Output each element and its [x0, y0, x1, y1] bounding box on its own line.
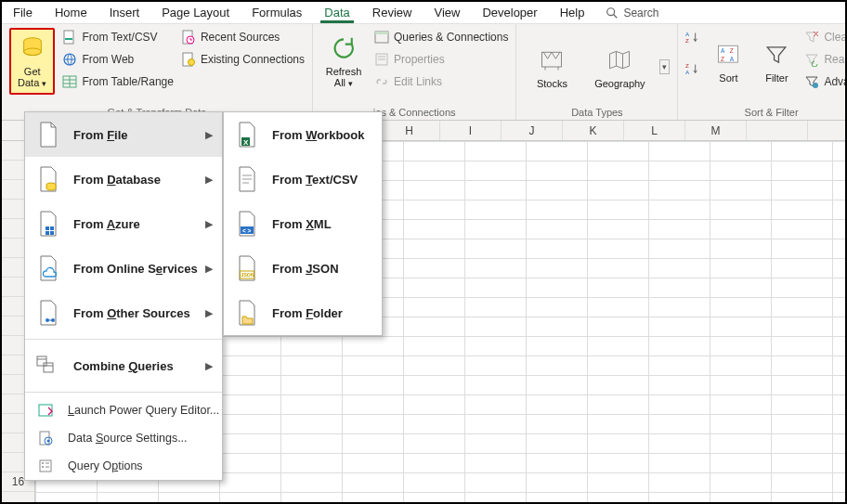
recent-sources-button[interactable]: Recent Sources — [181, 28, 305, 46]
file-azure-icon — [36, 210, 60, 238]
stocks-icon — [537, 45, 567, 75]
sort-dialog-icon: AZZA — [713, 40, 743, 70]
menu-query-options[interactable]: Query Options — [25, 452, 222, 480]
menu-data-source-settings[interactable]: Data Source Settings... — [25, 424, 222, 452]
sort-asc-button[interactable]: AZ — [685, 28, 700, 46]
chevron-right-icon: ▶ — [205, 129, 213, 141]
file-csv-icon — [62, 30, 77, 45]
svg-text:X: X — [243, 138, 249, 147]
group-label-sortfilter: Sort & Filter — [685, 106, 847, 118]
options-icon — [36, 457, 55, 475]
from-textcsv-button[interactable]: From Text/CSV — [62, 28, 174, 46]
file-other-icon — [36, 299, 60, 327]
tab-insert[interactable]: Insert — [98, 3, 151, 22]
group-queries-connections: RefreshAll ▾ Queries & Connections Prope… — [313, 24, 516, 120]
svg-text:A: A — [730, 55, 735, 61]
submenu-from-textcsv[interactable]: From Text/CSV — [224, 157, 382, 201]
tab-help[interactable]: Help — [549, 3, 596, 22]
tab-data[interactable]: Data — [313, 3, 360, 22]
svg-point-56 — [42, 466, 44, 468]
file-db-icon — [36, 165, 60, 193]
from-table-range-button[interactable]: From Table/Range — [62, 72, 174, 91]
sort-button[interactable]: AZZA Sort — [708, 28, 749, 95]
tab-view[interactable]: View — [423, 3, 471, 22]
tab-formulas[interactable]: Formulas — [241, 3, 313, 22]
database-icon — [18, 33, 47, 63]
svg-text:Z: Z — [730, 47, 734, 54]
svg-rect-16 — [375, 32, 388, 34]
recent-icon — [181, 30, 196, 45]
properties-icon — [374, 52, 389, 67]
globe-icon — [62, 52, 77, 67]
existing-connections-button[interactable]: Existing Connections — [181, 50, 305, 69]
submenu-from-folder[interactable]: From Folder — [224, 291, 382, 335]
svg-point-36 — [813, 83, 818, 88]
svg-rect-53 — [40, 460, 51, 472]
advanced-icon — [804, 74, 819, 89]
svg-rect-40 — [46, 231, 49, 235]
menu-from-file[interactable]: From File ▶ — [25, 112, 222, 157]
get-data-menu: From File ▶ From Database ▶ From Azure ▶… — [24, 111, 223, 481]
sort-desc-button[interactable]: ZA — [685, 59, 700, 78]
menu-launch-pq-editor[interactable]: Launch Power Query Editor... — [25, 396, 222, 424]
link-icon — [374, 74, 389, 89]
search-icon — [605, 6, 619, 20]
stocks-button[interactable]: Stocks — [524, 33, 580, 100]
tab-file[interactable]: File — [2, 3, 44, 22]
svg-line-1 — [614, 14, 618, 18]
datatypes-expand-button[interactable]: ▾ — [659, 59, 670, 74]
svg-rect-39 — [50, 226, 54, 230]
reapply-button: Reapp — [804, 50, 847, 69]
queries-connections-button[interactable]: Queries & Connections — [374, 28, 508, 46]
svg-rect-45 — [37, 356, 46, 366]
funnel-icon — [762, 40, 791, 70]
sort-asc-icon: AZ — [685, 30, 700, 45]
file-icon — [36, 121, 60, 149]
geography-button[interactable]: Geography — [587, 33, 652, 100]
svg-point-52 — [47, 440, 50, 443]
search-box[interactable]: Search — [595, 3, 668, 23]
refresh-all-button[interactable]: RefreshAll ▾ — [320, 28, 367, 95]
svg-text:A: A — [685, 31, 690, 37]
queries-icon — [374, 30, 389, 45]
get-data-button[interactable]: GetData ▾ — [9, 28, 55, 95]
file-cloud-icon — [36, 254, 60, 282]
submenu-from-xml[interactable]: < > From XML — [224, 201, 382, 246]
tab-review[interactable]: Review — [361, 3, 424, 22]
search-label: Search — [623, 6, 658, 19]
menu-from-database[interactable]: From Database ▶ — [25, 157, 222, 201]
svg-point-0 — [607, 7, 615, 15]
ribbon-tabs: File Home Insert Page Layout Formulas Da… — [2, 2, 845, 24]
svg-rect-49 — [39, 405, 52, 416]
menu-combine-queries[interactable]: Combine Queries ▶ — [25, 343, 222, 388]
svg-rect-41 — [50, 231, 54, 235]
submenu-from-json[interactable]: JSON From JSON — [224, 246, 382, 291]
menu-from-online-services[interactable]: From Online Services ▶ — [25, 246, 222, 291]
menu-from-azure[interactable]: From Azure ▶ — [25, 201, 222, 246]
from-web-button[interactable]: From Web — [62, 50, 174, 69]
svg-text:A: A — [685, 69, 690, 75]
reapply-icon — [804, 52, 819, 67]
file-excel-icon: X — [235, 121, 259, 149]
tab-developer[interactable]: Developer — [471, 3, 548, 22]
group-label-datatypes: Data Types — [524, 106, 670, 118]
svg-text:Z: Z — [685, 37, 689, 44]
svg-rect-4 — [64, 31, 73, 44]
svg-rect-5 — [65, 38, 72, 40]
svg-point-54 — [42, 462, 44, 464]
chevron-right-icon: ▶ — [205, 263, 213, 275]
svg-text:<  >: < > — [242, 227, 252, 234]
submenu-from-workbook[interactable]: X From Workbook — [224, 112, 382, 157]
ds-settings-icon — [36, 429, 55, 447]
group-data-types: Stocks Geography ▾ Data Types — [516, 24, 678, 120]
pq-editor-icon — [36, 401, 55, 420]
filter-button[interactable]: Filter — [756, 28, 797, 95]
advanced-filter-button[interactable]: Advan — [804, 72, 847, 91]
tab-pagelayout[interactable]: Page Layout — [150, 3, 241, 22]
file-folder-icon — [235, 299, 259, 327]
menu-from-other-sources[interactable]: From Other Sources ▶ — [25, 291, 222, 335]
tab-home[interactable]: Home — [44, 3, 98, 22]
file-xml-icon: < > — [235, 210, 259, 238]
ribbon: GetData ▾ From Text/CSV From Web From Ta… — [2, 24, 845, 121]
svg-rect-46 — [44, 363, 53, 372]
